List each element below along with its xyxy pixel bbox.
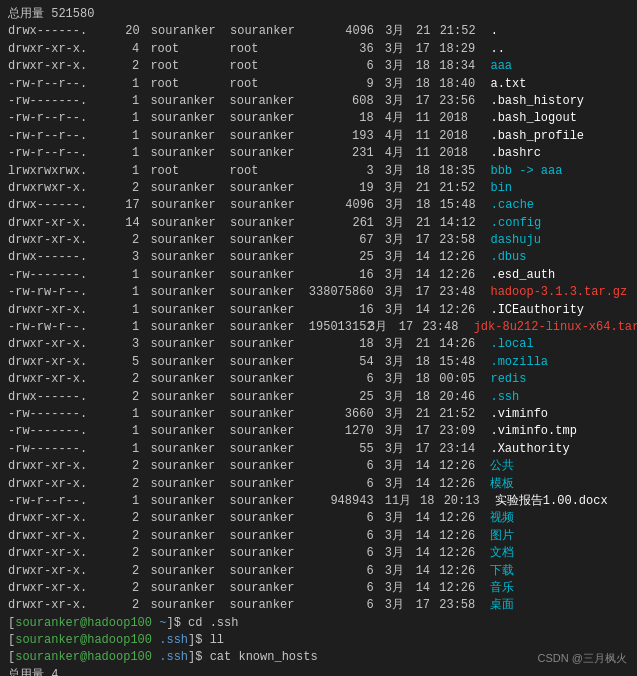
table-row: drwxrwxr-x. 2 souranker souranker 19 3月 …: [8, 180, 629, 197]
table-row: -rw-rw-r--. 1 souranker souranker 338075…: [8, 284, 629, 301]
file-listing: drwx------. 20 souranker souranker 4096 …: [8, 23, 629, 614]
table-row: -rw-------. 1 souranker souranker 55 3月 …: [8, 441, 629, 458]
command-prompt: [souranker@hadoop100 .ssh]$ cat known_ho…: [8, 649, 629, 666]
total-line-1: 总用量 521580: [8, 6, 629, 23]
table-row: drwxr-xr-x. 4 root root 36 3月 17 18:29 .…: [8, 41, 629, 58]
table-row: drwx------. 20 souranker souranker 4096 …: [8, 23, 629, 40]
table-row: -rw-------. 1 souranker souranker 16 3月 …: [8, 267, 629, 284]
table-row: drwxr-xr-x. 2 souranker souranker 6 3月 1…: [8, 580, 629, 597]
table-row: -rw-r--r--. 1 souranker souranker 193 4月…: [8, 128, 629, 145]
watermark: CSDN @三月枫火: [538, 651, 627, 666]
table-row: -rw-rw-r--. 1 souranker souranker 195013…: [8, 319, 629, 336]
table-row: drwxr-xr-x. 14 souranker souranker 261 3…: [8, 215, 629, 232]
table-row: drwx------. 17 souranker souranker 4096 …: [8, 197, 629, 214]
table-row: -rw-r--r--. 1 souranker souranker 231 4月…: [8, 145, 629, 162]
total-line-2: 总用量 4: [8, 667, 629, 676]
command-prompt: [souranker@hadoop100 ~]$ cd .ssh: [8, 615, 629, 632]
table-row: drwxr-xr-x. 2 souranker souranker 6 3月 1…: [8, 563, 629, 580]
table-row: drwx------. 2 souranker souranker 25 3月 …: [8, 389, 629, 406]
table-row: drwxr-xr-x. 5 souranker souranker 54 3月 …: [8, 354, 629, 371]
table-row: drwxr-xr-x. 2 souranker souranker 6 3月 1…: [8, 458, 629, 475]
table-row: -rw-r--r--. 1 souranker souranker 18 4月 …: [8, 110, 629, 127]
table-row: -rw-------. 1 souranker souranker 3660 3…: [8, 406, 629, 423]
command-prompt: [souranker@hadoop100 .ssh]$ ll: [8, 632, 629, 649]
table-row: drwxr-xr-x. 1 souranker souranker 16 3月 …: [8, 302, 629, 319]
table-row: drwxr-xr-x. 2 souranker souranker 6 3月 1…: [8, 476, 629, 493]
table-row: -rw-r--r--. 1 root root 9 3月 18 18:40 a.…: [8, 76, 629, 93]
table-row: -rw-------. 1 souranker souranker 1270 3…: [8, 423, 629, 440]
table-row: drwxr-xr-x. 2 souranker souranker 67 3月 …: [8, 232, 629, 249]
table-row: drwx------. 3 souranker souranker 25 3月 …: [8, 249, 629, 266]
table-row: drwxr-xr-x. 2 souranker souranker 6 3月 1…: [8, 371, 629, 388]
terminal: 总用量 521580 drwx------. 20 souranker sour…: [0, 0, 637, 676]
table-row: lrwxrwxrwx. 1 root root 3 3月 18 18:35 bb…: [8, 163, 629, 180]
command-lines: [souranker@hadoop100 ~]$ cd .ssh[sourank…: [8, 615, 629, 667]
table-row: drwxr-xr-x. 2 root root 6 3月 18 18:34 aa…: [8, 58, 629, 75]
table-row: drwxr-xr-x. 3 souranker souranker 18 3月 …: [8, 336, 629, 353]
table-row: drwxr-xr-x. 2 souranker souranker 6 3月 1…: [8, 528, 629, 545]
table-row: drwxr-xr-x. 2 souranker souranker 6 3月 1…: [8, 545, 629, 562]
table-row: drwxr-xr-x. 2 souranker souranker 6 3月 1…: [8, 510, 629, 527]
table-row: drwxr-xr-x. 2 souranker souranker 6 3月 1…: [8, 597, 629, 614]
table-row: -rw-------. 1 souranker souranker 608 3月…: [8, 93, 629, 110]
table-row: -rw-r--r--. 1 souranker souranker 948943…: [8, 493, 629, 510]
